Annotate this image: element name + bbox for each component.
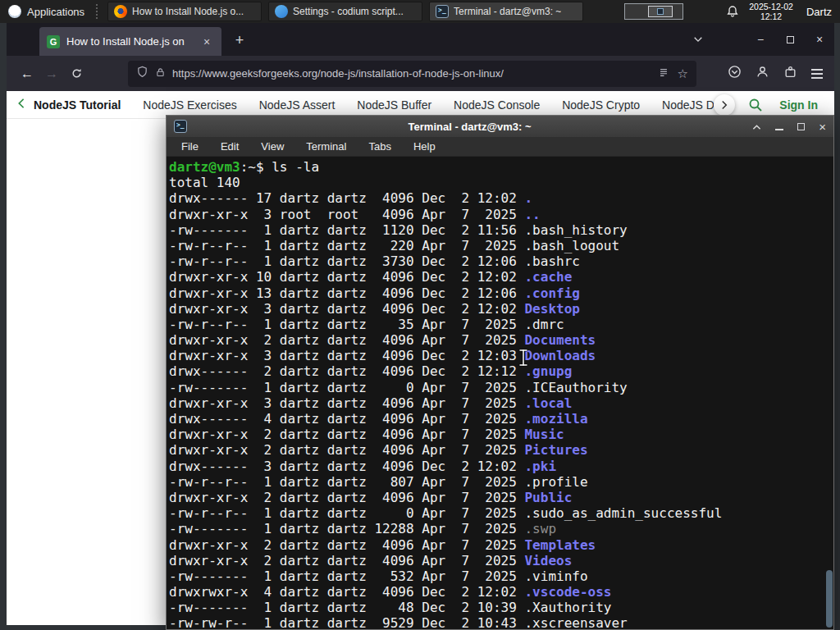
clock[interactable]: 2025-12-02 12:12 xyxy=(749,2,793,21)
taskbar-item[interactable]: How to Install Node.js o... xyxy=(107,2,262,21)
terminal-line: -rw------- 1 dartz dartz 0 Apr 7 2025 .I… xyxy=(169,380,833,395)
terminal-window: Terminal - dartz@vm3: ~ × FileEditViewTe… xyxy=(166,115,834,630)
site-nav-item[interactable]: NodeJS Buffer xyxy=(357,98,431,112)
terminal-menu-terminal[interactable]: Terminal xyxy=(306,140,346,153)
workspace-switcher[interactable] xyxy=(624,3,683,20)
terminal-line: -rw-r--r-- 1 dartz dartz 35 Apr 7 2025 .… xyxy=(169,317,833,332)
site-nav-item[interactable]: NodeJS Crypto xyxy=(562,98,640,112)
geeksforgeeks-favicon xyxy=(47,35,60,48)
url-bar[interactable]: https://www.geeksforgeeks.org/node-js/in… xyxy=(128,61,696,87)
taskbar-item[interactable]: Terminal - dartz@vm3: ~ xyxy=(429,2,583,21)
workspace-window-thumbnail[interactable] xyxy=(648,6,673,17)
terminal-maximize-button[interactable] xyxy=(797,119,805,134)
window-minimize-button[interactable]: − xyxy=(752,33,769,46)
terminal-close-button[interactable]: × xyxy=(819,121,826,133)
top-panel: Applications How to Install Node.js o...… xyxy=(0,0,840,23)
terminal-line: drwxr-xr-x 2 dartz dartz 4096 Apr 7 2025… xyxy=(169,553,833,568)
taskbar-item-label: How to Install Node.js o... xyxy=(132,6,244,17)
back-button[interactable]: ← xyxy=(15,62,39,86)
scrollbar-thumb[interactable] xyxy=(826,570,833,628)
site-nav-item[interactable]: NodeJS Exercises xyxy=(143,98,236,112)
terminal-icon xyxy=(657,8,664,15)
terminal-line: -rw-r--r-- 1 dartz dartz 0 Apr 7 2025 .s… xyxy=(169,505,833,521)
terminal-line: -rw-rw-r-- 1 dartz dartz 9529 Dec 2 10:4… xyxy=(169,615,833,629)
terminal-scrollbar[interactable] xyxy=(825,157,833,629)
toolbar-right-icons xyxy=(728,65,834,82)
applications-menu[interactable]: Applications xyxy=(0,0,93,23)
terminal-total-line: total 140 xyxy=(169,175,833,190)
reload-button[interactable] xyxy=(64,62,89,86)
site-nav-item[interactable]: NodeJS Console xyxy=(454,98,540,112)
menu-hamburger-icon[interactable] xyxy=(811,66,823,81)
terminal-menu-view[interactable]: View xyxy=(261,140,284,153)
pocket-icon[interactable] xyxy=(728,65,742,82)
terminal-menu-file[interactable]: File xyxy=(181,140,199,153)
terminal-output: dartz@vm3:~$ ls -latotal 140drwx------ 1… xyxy=(167,157,833,629)
terminal-minimize-button[interactable] xyxy=(775,119,783,134)
terminal-line: drwxr-xr-x 2 dartz dartz 4096 Apr 7 2025… xyxy=(169,427,833,442)
site-nav-item[interactable]: NodeJS Assert xyxy=(259,98,336,112)
reader-view-icon[interactable] xyxy=(658,66,669,81)
shade-chevron-icon[interactable] xyxy=(752,119,761,134)
sign-in-button[interactable]: Sign In xyxy=(779,98,818,112)
search-icon[interactable] xyxy=(748,98,763,112)
mouse-ibeam-cursor xyxy=(517,348,530,368)
terminal-line: drwxr-xr-x 2 dartz dartz 4096 Apr 7 2025… xyxy=(169,442,833,458)
terminal-line: -rw------- 1 dartz dartz 48 Dec 2 10:39 … xyxy=(169,600,833,615)
terminal-icon xyxy=(174,120,187,133)
browser-tab[interactable]: How to Install Node.js on × xyxy=(39,27,221,56)
terminal-menu-edit[interactable]: Edit xyxy=(221,140,239,153)
extensions-puzzle-icon[interactable] xyxy=(783,65,797,82)
terminal-line: drwxr-xr-x 2 dartz dartz 4096 Apr 7 2025… xyxy=(169,490,833,505)
bookmark-star-icon[interactable]: ☆ xyxy=(678,66,688,81)
taskbar-item[interactable]: Settings - codium script... xyxy=(268,2,422,21)
terminal-line: drwxr-xr-x 3 dartz dartz 4096 Dec 2 12:0… xyxy=(169,348,833,363)
xfce-logo-icon xyxy=(8,5,21,18)
tab-title: How to Install Node.js on xyxy=(66,35,185,48)
clock-time: 12:12 xyxy=(749,11,793,21)
applications-label: Applications xyxy=(27,6,84,18)
terminal-line: -rw-r--r-- 1 dartz dartz 807 Apr 7 2025 … xyxy=(169,474,833,490)
terminal-line: drwxr-xr-x 3 dartz dartz 4096 Apr 7 2025… xyxy=(169,395,833,411)
terminal-line: drwxr-xr-x 3 dartz dartz 4096 Dec 2 12:0… xyxy=(169,301,833,317)
terminal-menu-help[interactable]: Help xyxy=(413,140,436,153)
terminal-command: ls -la xyxy=(272,159,319,175)
site-nav-item[interactable]: NodeJS Tutorial xyxy=(34,98,121,112)
account-icon[interactable] xyxy=(756,65,769,82)
terminal-line: drwxr-xr-x 2 dartz dartz 4096 Apr 7 2025… xyxy=(169,537,833,553)
terminal-prompt-line: dartz@vm3:~$ ls -la xyxy=(169,159,833,175)
tracking-shield-icon[interactable] xyxy=(136,66,148,81)
taskbar-item-label: Settings - codium script... xyxy=(293,6,404,17)
terminal-icon xyxy=(436,5,449,18)
terminal-line: drwx------ 2 dartz dartz 4096 Dec 2 12:1… xyxy=(169,363,833,379)
new-tab-button[interactable]: + xyxy=(230,30,249,50)
taskbar-item-label: Terminal - dartz@vm3: ~ xyxy=(454,6,561,17)
nav-scroll-left-chevron-icon[interactable] xyxy=(16,98,26,112)
maximize-icon xyxy=(797,123,805,130)
padlock-icon[interactable] xyxy=(155,66,166,81)
terminal-line: drwx------ 17 dartz dartz 4096 Dec 2 12:… xyxy=(169,190,833,206)
vscodium-icon xyxy=(275,5,288,18)
terminal-line: drwxr-xr-x 13 dartz dartz 4096 Dec 2 12:… xyxy=(169,285,833,301)
terminal-menubar: FileEditViewTerminalTabsHelp xyxy=(167,137,833,157)
terminal-window-controls: × xyxy=(752,119,826,134)
terminal-line: -rw-r--r-- 1 dartz dartz 3730 Dec 2 12:0… xyxy=(169,253,833,269)
site-nav-items: NodeJS TutorialNodeJS ExercisesNodeJS As… xyxy=(34,98,725,112)
window-close-button[interactable]: × xyxy=(811,33,828,46)
url-text[interactable]: https://www.geeksforgeeks.org/node-js/in… xyxy=(172,67,651,80)
terminal-line: drwxr-xr-x 2 dartz dartz 4096 Apr 7 2025… xyxy=(169,332,833,348)
terminal-title: Terminal - dartz@vm3: ~ xyxy=(194,121,746,133)
tab-close-button[interactable]: × xyxy=(199,35,214,48)
terminal-line: drwxrwxr-x 4 dartz dartz 4096 Dec 2 12:0… xyxy=(169,584,833,600)
browser-tab-bar: How to Install Node.js on × + − × xyxy=(7,23,834,56)
list-all-tabs-chevron-icon[interactable] xyxy=(693,34,703,44)
window-maximize-button[interactable] xyxy=(782,33,798,46)
notifications-bell-icon[interactable] xyxy=(726,5,739,18)
prompt-suffix: :~$ xyxy=(240,159,272,175)
panel-user-menu[interactable]: Dartz xyxy=(806,6,832,18)
terminal-title-bar[interactable]: Terminal - dartz@vm3: ~ × xyxy=(167,116,833,137)
nav-scroll-right-chevron-button[interactable] xyxy=(714,94,735,116)
forward-button[interactable]: → xyxy=(39,62,64,86)
terminal-line: drwx------ 4 dartz dartz 4096 Apr 7 2025… xyxy=(169,411,833,427)
terminal-menu-tabs[interactable]: Tabs xyxy=(368,140,390,153)
